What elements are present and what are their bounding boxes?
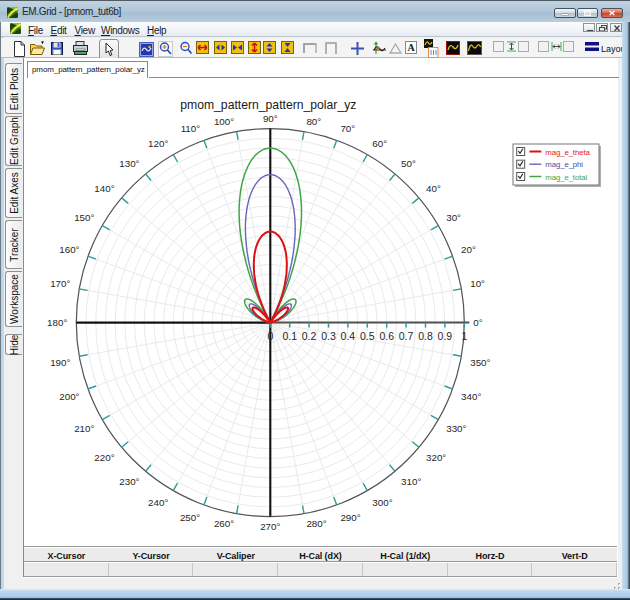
svg-text:330°: 330° — [446, 423, 466, 434]
svg-text:220°: 220° — [94, 452, 114, 463]
svg-text:mag_e_total: mag_e_total — [545, 173, 587, 182]
svg-text:mag_e_phi: mag_e_phi — [545, 160, 583, 169]
svg-text:90°: 90° — [263, 113, 278, 124]
svg-text:mag_e_theta: mag_e_theta — [545, 148, 590, 157]
svg-text:240°: 240° — [148, 497, 168, 508]
svg-text:0°: 0° — [473, 317, 482, 328]
svg-text:0.8: 0.8 — [418, 330, 433, 342]
svg-text:50°: 50° — [401, 158, 416, 169]
svg-text:70°: 70° — [340, 123, 355, 134]
svg-text:0.4: 0.4 — [341, 330, 356, 342]
svg-text:230°: 230° — [119, 476, 139, 487]
svg-text:0.9: 0.9 — [438, 330, 453, 342]
svg-text:0.3: 0.3 — [321, 330, 336, 342]
svg-text:160°: 160° — [59, 244, 79, 255]
svg-text:20°: 20° — [461, 244, 476, 255]
svg-text:290°: 290° — [340, 512, 360, 523]
svg-text:1: 1 — [461, 330, 467, 342]
svg-text:120°: 120° — [148, 138, 168, 149]
svg-text:A: A — [407, 42, 415, 53]
svg-text:10°: 10° — [470, 278, 485, 289]
svg-text:150°: 150° — [74, 212, 94, 223]
svg-text:200°: 200° — [59, 391, 79, 402]
svg-text:pmom_pattern_pattern_polar_yz: pmom_pattern_pattern_polar_yz — [180, 98, 356, 112]
svg-text:310°: 310° — [401, 476, 421, 487]
svg-text:260°: 260° — [214, 518, 234, 529]
svg-text:60°: 60° — [372, 138, 387, 149]
svg-text:190°: 190° — [50, 357, 70, 368]
svg-text:40°: 40° — [426, 183, 441, 194]
svg-text:140°: 140° — [94, 183, 114, 194]
svg-text:170°: 170° — [50, 278, 70, 289]
svg-text:280°: 280° — [306, 518, 326, 529]
svg-text:0.5: 0.5 — [360, 330, 375, 342]
svg-text:80°: 80° — [306, 116, 321, 127]
svg-text:250°: 250° — [180, 512, 200, 523]
svg-text:0: 0 — [267, 330, 273, 342]
svg-text:110°: 110° — [181, 123, 201, 134]
svg-text:350°: 350° — [470, 357, 490, 368]
svg-text:320°: 320° — [426, 452, 446, 463]
svg-text:210°: 210° — [74, 423, 94, 434]
svg-text:300°: 300° — [372, 497, 392, 508]
svg-text:180°: 180° — [47, 317, 67, 328]
svg-text:0.6: 0.6 — [379, 330, 394, 342]
svg-text:130°: 130° — [119, 158, 139, 169]
svg-text:30°: 30° — [446, 212, 461, 223]
svg-text:270°: 270° — [260, 521, 280, 532]
svg-text:0.2: 0.2 — [302, 330, 317, 342]
svg-text:340°: 340° — [461, 391, 481, 402]
svg-text:100°: 100° — [214, 116, 234, 127]
svg-text:0.7: 0.7 — [399, 330, 414, 342]
svg-text:0.1: 0.1 — [282, 330, 297, 342]
